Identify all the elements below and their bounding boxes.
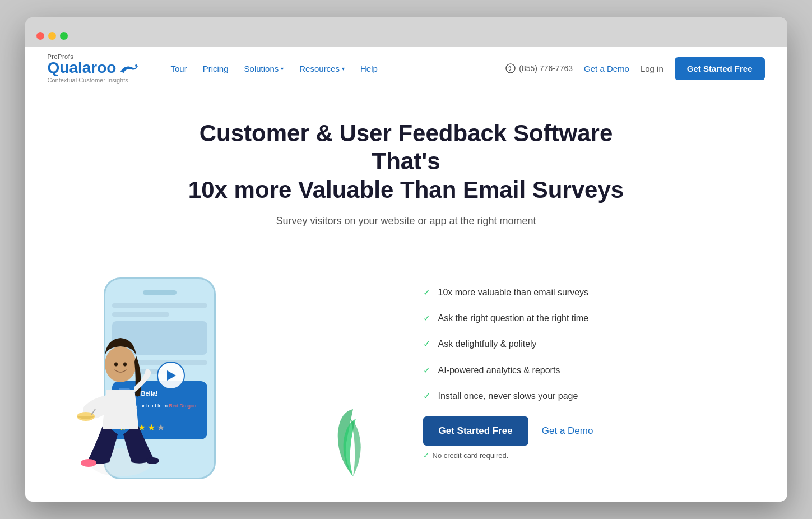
nav-get-started-button[interactable]: Get Started Free [675,57,765,80]
nav-login[interactable]: Log in [641,64,663,73]
hero-get-started-button[interactable]: Get Started Free [423,416,528,446]
svg-point-0 [135,64,137,67]
browser-chrome [25,17,787,47]
no-credit-card-notice: ✓ No credit card required. [423,451,754,460]
svg-point-7 [105,346,136,382]
phone-area: (855) 776-7763 [505,63,573,73]
nav-right: (855) 776-7763 Get a Demo Log in Get Sta… [505,57,764,80]
browser-window: ProProfs Qualaroo Contextual Customer In… [25,17,787,502]
traffic-lights [36,32,68,40]
traffic-light-green[interactable] [60,32,68,40]
nav-solutions[interactable]: Solutions ▾ [244,64,284,73]
no-cc-text: No credit card required. [433,451,509,460]
hero-subtitle: Survey visitors on your website or app a… [59,215,754,227]
feature-text-1: 10x more valuable than email surveys [438,286,589,299]
hero-visual: Hi Bella! How is your food from Red Drag… [59,266,389,479]
logo-area: ProProfs Qualaroo Contextual Customer In… [48,53,149,84]
play-triangle-icon [167,370,176,381]
nav-resources[interactable]: Resources ▾ [299,64,345,73]
feature-list: ✓ 10x more valuable than email surveys ✓… [412,286,754,460]
nav-get-demo[interactable]: Get a Demo [584,64,629,73]
phone-number: (855) 776-7763 [519,64,573,73]
svg-point-9 [123,363,127,367]
check-icon-3: ✓ [423,339,430,349]
feature-item-2: ✓ Ask the right question at the right ti… [423,312,754,325]
page-content: ProProfs Qualaroo Contextual Customer In… [25,47,787,502]
feature-text-3: Ask delightfully & politely [438,338,537,350]
nav-tour[interactable]: Tour [171,64,187,73]
cta-row: Get Started Free Get a Demo [423,416,754,446]
nav-links: Tour Pricing Solutions ▾ Resources ▾ Hel… [171,64,506,73]
resources-chevron: ▾ [342,66,345,72]
phone-notch [143,290,177,295]
check-icon-4: ✓ [423,365,430,376]
svg-point-8 [114,363,118,367]
main-content: Hi Bella! How is your food from Red Drag… [25,266,787,502]
svg-point-3 [81,459,96,467]
hero-get-demo-link[interactable]: Get a Demo [542,425,593,437]
svg-point-4 [146,457,159,464]
dolphin-logo-icon [119,62,140,74]
phone-icon [505,63,516,73]
feature-item-1: ✓ 10x more valuable than email surveys [423,286,754,299]
feature-text-2: Ask the right question at the right time [438,312,589,325]
traffic-light-yellow[interactable] [48,32,56,40]
leaf-right-decoration [328,406,378,479]
traffic-light-red[interactable] [36,32,44,40]
no-cc-check-icon: ✓ [423,451,429,460]
feature-item-5: ✓ Install once, never slows your page [423,390,754,402]
nav-help[interactable]: Help [360,64,378,73]
check-icon-5: ✓ [423,391,430,401]
solutions-chevron: ▾ [281,66,284,72]
check-icon-2: ✓ [423,313,430,323]
qualaroo-logo-text: Qualaroo [48,60,117,76]
woman-illustration [64,300,177,479]
feature-item-3: ✓ Ask delightfully & politely [423,338,754,350]
feature-text-4: AI-powered analytics & reports [438,364,560,377]
check-icon-1: ✓ [423,287,430,298]
play-button[interactable] [157,362,185,390]
logo-tagline: Contextual Customer Insights [48,77,149,84]
hero-section: Customer & User Feedback Software That's… [25,91,787,266]
feature-item-4: ✓ AI-powered analytics & reports [423,364,754,377]
feature-text-5: Install once, never slows your page [438,390,578,402]
navbar: ProProfs Qualaroo Contextual Customer In… [25,47,787,91]
nav-pricing[interactable]: Pricing [203,64,229,73]
hero-title: Customer & User Feedback Software That's… [182,119,630,204]
